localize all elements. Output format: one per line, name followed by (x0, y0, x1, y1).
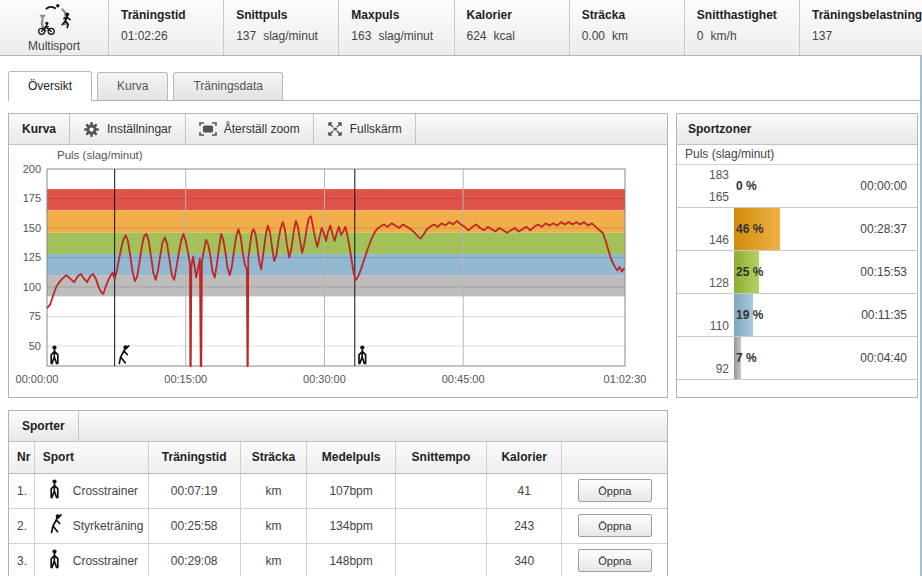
svg-text:100: 100 (23, 281, 41, 293)
zone-row: 110 19 % 00:11:35 (677, 294, 917, 337)
stat-label: Träningstid (121, 8, 223, 22)
row-calories: 340 (486, 543, 562, 576)
settings-label: Inställningar (107, 122, 172, 136)
zone-time: 00:28:37 (860, 222, 907, 236)
row-avg-hr: 134bpm (307, 508, 396, 543)
tab-oversikt[interactable]: Översikt (8, 71, 92, 101)
zone-upper-limit: 183 (677, 168, 729, 182)
col-avg-pace: Snittempo (395, 442, 486, 473)
sports-panel: Sporter Nr Sport Träningstid Sträcka Med… (8, 410, 668, 576)
col-nr: Nr (9, 442, 34, 473)
col-sport: Sport (34, 442, 148, 473)
zone-row: 92 7 % 00:04:40 (677, 337, 917, 380)
zone-row-empty (677, 380, 917, 402)
svg-text:200: 200 (23, 163, 41, 175)
sports-panel-title: Sporter (9, 419, 78, 433)
stat-value: 163slag/minut (351, 29, 453, 43)
sport-person-icon (49, 549, 62, 572)
stat-calories: Kalorier 624kcal (454, 0, 569, 55)
zone-lower-limit: 110 (677, 319, 729, 333)
stat-value: 137slag/minut (236, 29, 338, 43)
row-avg-hr: 148bpm (307, 543, 396, 576)
zone-row: 128 25 % 00:15:53 (677, 251, 917, 294)
svg-text:00:00:00: 00:00:00 (16, 373, 59, 385)
zone-row: 183 165 0 % 00:00:00 (677, 165, 917, 208)
row-time: 00:29:08 (148, 543, 240, 576)
toolbar-divider (415, 114, 416, 144)
sport-person-icon (49, 514, 62, 537)
sportzones-panel: Sportzoner Puls (slag/minut) 183 165 0 %… (676, 113, 918, 398)
svg-text:Puls (slag/minut): Puls (slag/minut) (57, 149, 143, 161)
curve-panel: Kurva Inställningar Återställ zoom (8, 113, 668, 398)
zone-percent: 0 % (736, 179, 757, 193)
sport-name: Crosstrainer (73, 484, 138, 498)
stat-label: Snitthastighet (697, 8, 799, 22)
stat-label: Sträcka (582, 8, 684, 22)
svg-text:50: 50 (29, 340, 41, 352)
sportzones-subtitle: Puls (slag/minut) (677, 145, 917, 165)
zone-time: 00:00:00 (860, 179, 907, 193)
col-distance: Sträcka (240, 442, 307, 473)
heart-rate-chart[interactable]: 200175150125100755000:00:0000:15:0000:30… (9, 145, 667, 398)
stat-distance: Sträcka 0.00km (569, 0, 684, 55)
row-distance: km (240, 473, 307, 508)
curve-panel-title: Kurva (9, 122, 69, 136)
zone-lower-limit: 128 (677, 276, 729, 290)
svg-text:01:02:30: 01:02:30 (604, 373, 647, 385)
svg-text:00:30:00: 00:30:00 (303, 373, 346, 385)
stat-avg-hr: Snittpuls 137slag/minut (223, 0, 338, 55)
sport-logo: Multisport (0, 0, 108, 55)
zone-percent: 19 % (736, 308, 763, 322)
table-row: 3. Crosstrainer 00:29:08 km 148bpm 340 Ö… (9, 543, 667, 576)
col-actions (562, 442, 667, 473)
stat-label: Kalorier (467, 8, 569, 22)
stat-value: 01:02:26 (121, 29, 223, 43)
tab-traningsdata[interactable]: Träningsdata (173, 72, 283, 100)
row-nr: 3. (9, 543, 34, 576)
stat-value: 0.00km (582, 29, 684, 43)
zone-lower-limit: 165 (677, 190, 729, 204)
svg-text:150: 150 (23, 222, 41, 234)
sports-table: Nr Sport Träningstid Sträcka Medelpuls S… (9, 442, 667, 576)
fullscreen-label: Fullskärm (350, 122, 402, 136)
open-button[interactable]: Öppna (578, 514, 652, 537)
stat-max-hr: Maxpuls 163slag/minut (338, 0, 453, 55)
sport-name: Crosstrainer (73, 554, 138, 568)
stat-label: Träningsbelastning (812, 8, 922, 22)
stat-label: Snittpuls (236, 8, 338, 22)
reset-zoom-label: Återställ zoom (224, 122, 300, 136)
row-avg-hr: 107bpm (307, 473, 396, 508)
col-training-time: Träningstid (148, 442, 240, 473)
fullscreen-button[interactable]: Fullskärm (314, 114, 415, 144)
row-calories: 41 (486, 473, 562, 508)
zone-time: 00:11:35 (861, 308, 907, 322)
svg-text:75: 75 (29, 310, 41, 322)
fullscreen-icon (327, 121, 343, 137)
stat-label: Maxpuls (351, 8, 453, 22)
sport-name: Styrketräning (73, 519, 144, 533)
stat-training-load: Träningsbelastning 137 (799, 0, 922, 55)
zone-percent: 46 % (736, 222, 763, 236)
screen-icon (199, 122, 217, 136)
open-button[interactable]: Öppna (578, 479, 652, 502)
zone-time: 00:04:40 (860, 351, 907, 365)
row-distance: km (240, 508, 307, 543)
row-distance: km (240, 543, 307, 576)
stat-value: 137 (812, 29, 922, 43)
stat-avg-speed: Snitthastighet 0km/h (684, 0, 799, 55)
row-time: 00:25:58 (148, 508, 240, 543)
reset-zoom-button[interactable]: Återställ zoom (186, 114, 313, 144)
svg-text:175: 175 (23, 192, 41, 204)
row-calories: 243 (486, 508, 562, 543)
settings-button[interactable]: Inställningar (70, 114, 185, 144)
open-button[interactable]: Öppna (578, 549, 652, 572)
row-pace (395, 543, 486, 576)
toolbar-divider (78, 411, 79, 441)
zone-row: 146 46 % 00:28:37 (677, 208, 917, 251)
zone-lower-limit: 146 (677, 233, 729, 247)
stat-value: 0km/h (697, 29, 799, 43)
tab-kurva[interactable]: Kurva (97, 72, 168, 100)
svg-text:00:45:00: 00:45:00 (442, 373, 485, 385)
stat-training-time: Träningstid 01:02:26 (108, 0, 223, 55)
row-nr: 1. (9, 473, 34, 508)
